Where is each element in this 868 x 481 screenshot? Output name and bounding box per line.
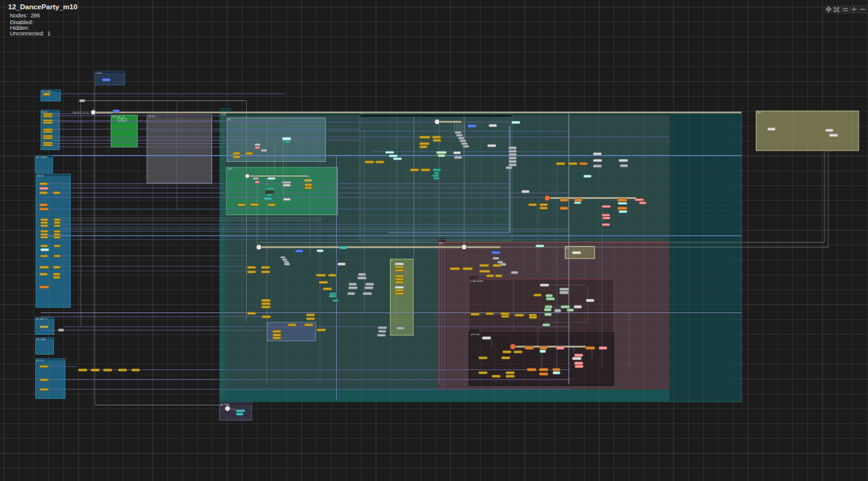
svg-text:Nodes: 296: Nodes: 296 bbox=[10, 12, 40, 19]
svg-text:KY: KY bbox=[566, 247, 569, 250]
svg-text:A1: A1 bbox=[228, 118, 231, 121]
svg-text:GRV: GRV bbox=[228, 168, 232, 170]
svg-text:TIME MULT OSC M: TIME MULT OSC M bbox=[72, 112, 89, 114]
svg-text:SEL: SEL bbox=[439, 242, 443, 245]
svg-text:RM: RM bbox=[758, 112, 761, 114]
svg-text:MC M: MC M bbox=[42, 111, 47, 113]
svg-text:MY TIMING: MY TIMING bbox=[37, 156, 48, 159]
svg-text:CamIn: CamIn bbox=[96, 72, 102, 74]
svg-text:MY NEXT V: MY NEXT V bbox=[36, 318, 48, 320]
svg-text:V VAL BLEND: V VAL BLEND bbox=[471, 280, 484, 283]
svg-text:MY OUT: MY OUT bbox=[37, 360, 45, 362]
svg-text:5_M: 5_M bbox=[222, 113, 226, 115]
svg-text:Q: Q bbox=[391, 260, 393, 262]
svg-text:INP Sq: INP Sq bbox=[148, 115, 155, 118]
svg-text:MY TUNE: MY TUNE bbox=[37, 338, 46, 341]
svg-text:Unconnected: 1: Unconnected: 1 bbox=[10, 30, 51, 37]
svg-text:UTR TRG: UTR TRG bbox=[471, 333, 480, 336]
svg-text:12_DanceParty_m10: 12_DanceParty_m10 bbox=[8, 3, 78, 11]
svg-text:AS FINAL: AS FINAL bbox=[221, 404, 230, 406]
svg-text:RW GRV_V2: RW GRV_V2 bbox=[112, 116, 125, 118]
svg-text:Disabled:: Disabled: bbox=[10, 19, 33, 25]
svg-text:4: 4 bbox=[361, 112, 362, 115]
svg-text:MY SONG: MY SONG bbox=[42, 90, 51, 93]
svg-text:SNG M: SNG M bbox=[37, 175, 43, 177]
